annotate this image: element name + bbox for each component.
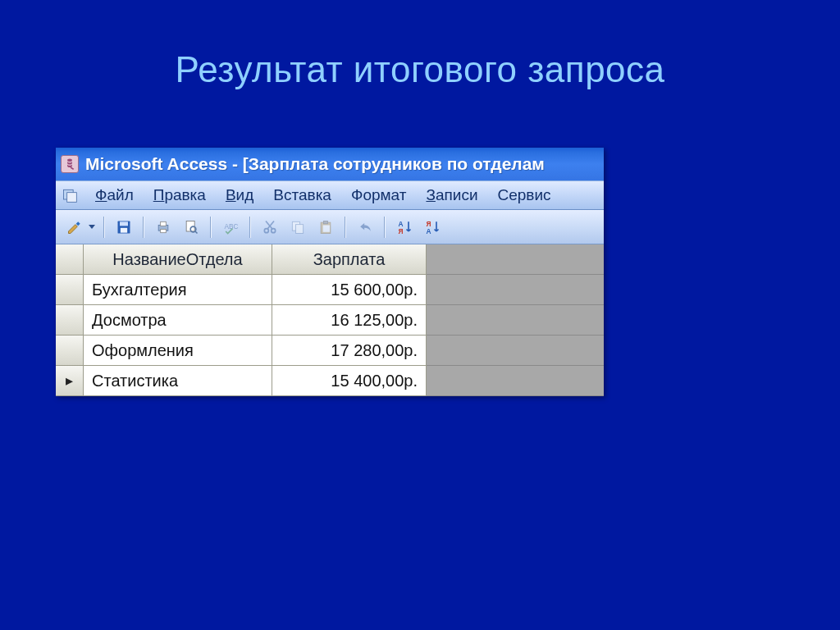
row-selector[interactable] — [56, 336, 84, 366]
menu-item[interactable]: Сервис — [488, 185, 561, 206]
window-menu-icon[interactable] — [61, 186, 79, 204]
svg-rect-17 — [324, 221, 328, 223]
table-row[interactable]: Бухгалтерия15 600,00р. — [56, 275, 604, 305]
menubar: ФайлПравкаВидВставкаФорматЗаписиСервис — [56, 180, 604, 210]
svg-text:Я: Я — [399, 227, 404, 235]
row-selector[interactable] — [56, 305, 84, 336]
menu-item[interactable]: Правка — [144, 185, 216, 206]
svg-rect-1 — [67, 193, 77, 203]
sort-desc-icon[interactable]: ЯА — [420, 215, 445, 240]
toolbar: ABC АЯ ЯА — [56, 210, 604, 244]
print-preview-icon[interactable] — [179, 215, 203, 240]
svg-rect-4 — [121, 227, 127, 232]
data-grid: НазваниеОтдела Зарплата Бухгалтерия15 60… — [56, 244, 604, 396]
design-view-icon[interactable] — [62, 215, 87, 240]
slide: Результат итогового запроса Microsoft Ac… — [0, 0, 840, 630]
grid-filler — [427, 275, 604, 305]
spelling-icon[interactable]: ABC — [218, 215, 243, 240]
table-row[interactable]: ▸Статистика15 400,00р. — [56, 366, 604, 396]
table-cell[interactable]: 15 400,00р. — [272, 366, 427, 396]
menu-item[interactable]: Файл — [85, 185, 144, 206]
cut-icon[interactable] — [258, 215, 282, 240]
table-cell[interactable]: Досмотра — [84, 305, 272, 336]
menu-item[interactable]: Вставка — [263, 185, 341, 206]
toolbar-separator — [249, 217, 251, 238]
sort-asc-icon[interactable]: АЯ — [392, 215, 417, 240]
column-header[interactable]: Зарплата — [272, 244, 427, 275]
table-row[interactable]: Досмотра16 125,00р. — [56, 305, 604, 336]
table-cell[interactable]: Статистика — [84, 366, 272, 396]
select-all-cell[interactable] — [56, 244, 84, 275]
table-cell[interactable]: 15 600,00р. — [272, 275, 427, 305]
svg-line-10 — [195, 231, 198, 234]
row-selector[interactable]: ▸ — [56, 366, 84, 396]
window-title: Microsoft Access - [Зарплата сотрудников… — [85, 154, 545, 174]
column-header[interactable]: НазваниеОтдела — [84, 244, 272, 275]
access-app-icon — [61, 155, 79, 173]
toolbar-separator — [345, 217, 346, 238]
grid-filler — [427, 244, 604, 275]
table-row[interactable]: Оформления17 280,00р. — [56, 336, 604, 366]
view-dropdown-arrow[interactable] — [89, 225, 95, 229]
print-icon[interactable] — [151, 215, 176, 240]
svg-rect-15 — [296, 224, 304, 233]
toolbar-separator — [210, 217, 212, 238]
svg-text:А: А — [427, 227, 431, 235]
paste-icon[interactable] — [313, 215, 338, 240]
save-icon[interactable] — [112, 215, 136, 240]
grid-filler — [427, 366, 604, 396]
copy-icon[interactable] — [285, 215, 310, 240]
grid-filler — [427, 305, 604, 336]
svg-rect-6 — [161, 221, 167, 226]
titlebar: Microsoft Access - [Зарплата сотрудников… — [56, 148, 604, 180]
toolbar-separator — [384, 217, 386, 238]
grid-filler — [427, 336, 604, 366]
undo-icon[interactable] — [353, 215, 377, 240]
row-selector[interactable] — [56, 275, 84, 305]
table-cell[interactable]: 16 125,00р. — [272, 305, 427, 336]
slide-title: Результат итогового запроса — [0, 0, 840, 90]
access-window: Microsoft Access - [Зарплата сотрудников… — [56, 148, 604, 396]
table-cell[interactable]: Оформления — [84, 336, 272, 366]
menu-item[interactable]: Вид — [216, 185, 263, 206]
grid-header-row: НазваниеОтдела Зарплата — [56, 244, 604, 275]
table-cell[interactable]: Бухгалтерия — [84, 275, 272, 305]
toolbar-separator — [143, 217, 144, 238]
menu-item[interactable]: Записи — [416, 185, 487, 206]
svg-rect-7 — [161, 229, 167, 232]
svg-rect-3 — [120, 221, 128, 226]
toolbar-separator — [103, 217, 105, 238]
svg-rect-18 — [323, 225, 330, 231]
table-cell[interactable]: 17 280,00р. — [272, 336, 427, 366]
menu-item[interactable]: Формат — [341, 185, 417, 206]
